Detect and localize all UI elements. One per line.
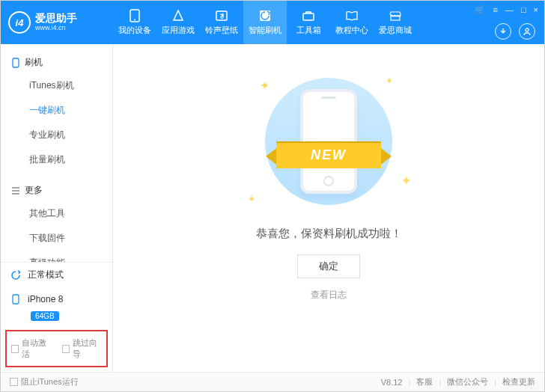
checkbox-skip-guide[interactable]: 跳过向导 — [62, 337, 103, 360]
nav-label: 智能刷机 — [249, 25, 281, 36]
apps-icon — [171, 9, 186, 22]
cart-icon[interactable]: 🛒 — [475, 5, 485, 15]
sparkle-icon: ✦ — [401, 174, 411, 188]
checkbox-icon — [10, 378, 18, 386]
sparkle-icon: ✦ — [260, 79, 270, 93]
maximize-button[interactable]: □ — [521, 5, 526, 15]
nav-apps[interactable]: 应用游戏 — [156, 1, 200, 44]
checkbox-label: 自动激活 — [22, 337, 51, 360]
close-button[interactable]: × — [534, 5, 538, 15]
svg-rect-8 — [13, 295, 19, 304]
store-icon — [388, 9, 403, 22]
app-logo: i4 爱思助手 www.i4.cn — [1, 1, 113, 44]
svg-rect-7 — [13, 58, 19, 67]
device-icon — [127, 9, 142, 22]
sidebar-item-onekey-flash[interactable]: 一键刷机 — [1, 98, 112, 123]
brand-name: 爱思助手 — [35, 13, 77, 24]
sidebar-group-flash: 刷机 — [1, 52, 112, 73]
sidebar-group-title: 更多 — [25, 184, 43, 197]
success-illustration: ✦ ✦ ✦ ✦ NEW — [239, 74, 418, 209]
status-device[interactable]: iPhone 8 — [1, 287, 112, 311]
nav-label: 我的设备 — [118, 25, 151, 36]
checkbox-label: 阻止iTunes运行 — [21, 376, 79, 388]
sidebar-group-title: 刷机 — [25, 56, 43, 69]
checkbox-icon — [62, 345, 70, 353]
main-content: ✦ ✦ ✦ ✦ NEW 恭喜您，保资料刷机成功啦！ 确定 查看日志 — [113, 44, 544, 372]
user-icon[interactable] — [519, 23, 535, 40]
nav-label: 铃声壁纸 — [205, 25, 238, 36]
view-log-link[interactable]: 查看日志 — [311, 289, 347, 301]
nav-ringtones[interactable]: 铃声壁纸 — [200, 1, 243, 44]
flash-icon — [258, 9, 272, 22]
sidebar-item-pro-flash[interactable]: 专业刷机 — [1, 123, 112, 147]
phone-icon — [11, 58, 20, 67]
device-status-panel: 正常模式 iPhone 8 64GB — [1, 262, 112, 327]
status-bar: 阻止iTunes运行 V8.12 | 客服 | 微信公众号 | 检查更新 — [1, 372, 544, 391]
refresh-icon — [10, 269, 22, 281]
checkbox-block-itunes[interactable]: 阻止iTunes运行 — [10, 376, 79, 388]
menu-lines-icon — [11, 186, 20, 195]
nav-store[interactable]: 爱思商城 — [374, 1, 417, 44]
nav-flash[interactable]: 智能刷机 — [243, 1, 287, 44]
sidebar: 刷机 iTunes刷机 一键刷机 专业刷机 批量刷机 更多 其他工具 下载固件 … — [1, 44, 113, 372]
nav-label: 爱思商城 — [379, 25, 412, 36]
sparkle-icon: ✦ — [248, 194, 255, 204]
phone-small-icon — [10, 293, 22, 305]
ok-button[interactable]: 确定 — [297, 254, 360, 278]
status-mode-label: 正常模式 — [28, 269, 64, 281]
brand-url: www.i4.cn — [35, 25, 77, 32]
nav-label: 工具箱 — [296, 25, 321, 36]
minimize-button[interactable]: — — [505, 5, 514, 15]
status-mode[interactable]: 正常模式 — [1, 263, 112, 287]
music-icon — [214, 9, 229, 22]
nav-tutorials[interactable]: 教程中心 — [330, 1, 374, 44]
success-message: 恭喜您，保资料刷机成功啦！ — [256, 227, 402, 241]
storage-badge: 64GB — [31, 311, 59, 321]
svg-point-1 — [134, 19, 136, 21]
svg-rect-4 — [303, 13, 314, 20]
status-device-name: iPhone 8 — [28, 294, 63, 304]
sidebar-item-download-firmware[interactable]: 下载固件 — [1, 226, 112, 251]
checkbox-icon — [11, 345, 19, 353]
menu-icon[interactable]: ≡ — [493, 5, 497, 15]
footer-link-wechat[interactable]: 微信公众号 — [447, 376, 488, 388]
checkbox-label: 跳过向导 — [73, 337, 102, 360]
window-controls: 🛒 ≡ — □ × — [475, 5, 538, 15]
nav-label: 应用游戏 — [162, 25, 195, 36]
sidebar-group-more: 更多 — [1, 180, 112, 201]
footer-link-update[interactable]: 检查更新 — [502, 376, 535, 388]
svg-point-6 — [526, 28, 529, 31]
version-label: V8.12 — [381, 378, 403, 387]
sidebar-item-batch-flash[interactable]: 批量刷机 — [1, 147, 112, 172]
logo-icon: i4 — [8, 11, 31, 34]
nav-label: 教程中心 — [335, 25, 368, 36]
sidebar-item-advanced[interactable]: 高级功能 — [1, 251, 112, 262]
nav-my-device[interactable]: 我的设备 — [113, 1, 156, 44]
download-icon[interactable] — [495, 23, 511, 40]
book-icon — [344, 9, 359, 22]
flash-options-highlight: 自动激活 跳过向导 — [5, 330, 108, 367]
toolbox-icon — [301, 9, 316, 22]
app-header: i4 爱思助手 www.i4.cn 我的设备 应用游戏 铃声壁纸 智能刷机 — [1, 1, 544, 44]
checkbox-auto-activate[interactable]: 自动激活 — [11, 337, 52, 360]
sidebar-item-other-tools[interactable]: 其他工具 — [1, 201, 112, 226]
ribbon-text: NEW — [276, 141, 381, 168]
sparkle-icon: ✦ — [386, 76, 393, 86]
new-ribbon: NEW — [261, 135, 396, 173]
nav-toolbox[interactable]: 工具箱 — [287, 1, 330, 44]
footer-link-support[interactable]: 客服 — [416, 376, 433, 388]
sidebar-item-itunes-flash[interactable]: iTunes刷机 — [1, 73, 112, 98]
